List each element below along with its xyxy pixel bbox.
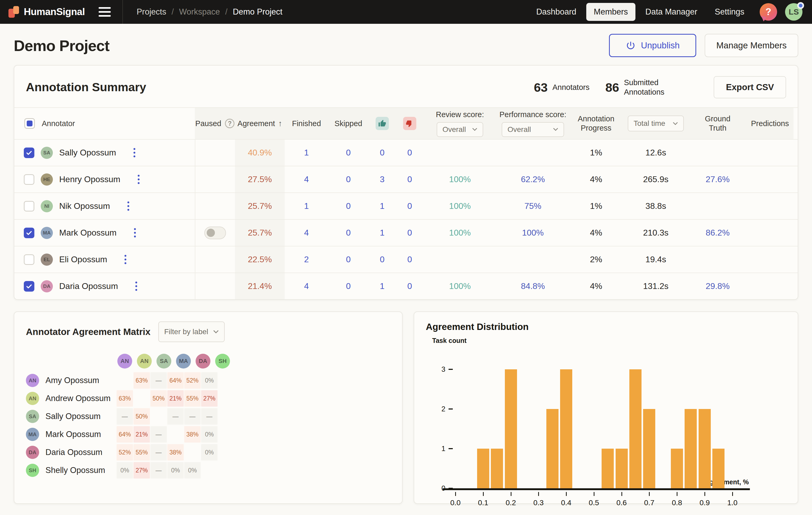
nav-item-dashboard[interactable]: Dashboard	[529, 3, 584, 21]
thumbs-down-count[interactable]: 0	[396, 273, 424, 299]
finished-value[interactable]: 2	[285, 247, 328, 273]
histogram-bar	[505, 369, 517, 488]
finished-value[interactable]: 1	[285, 140, 328, 166]
kebab-menu-icon[interactable]	[132, 146, 137, 159]
breadcrumb: Projects / Workspace / Demo Project	[137, 7, 283, 17]
x-tick-label: 0.8	[665, 498, 689, 507]
matrix-cell: 0%	[184, 462, 201, 479]
breadcrumb-projects[interactable]: Projects	[137, 7, 166, 17]
annotator-name[interactable]: Sally Opossum	[59, 148, 116, 158]
kebab-menu-icon[interactable]	[133, 227, 138, 239]
thumbs-down-count[interactable]: 0	[396, 140, 424, 166]
row-checkbox[interactable]	[24, 201, 34, 211]
user-avatar[interactable]: LS	[785, 3, 803, 21]
annotator-name[interactable]: Eli Opossum	[59, 255, 107, 264]
thumbs-down-count[interactable]: 0	[396, 193, 424, 219]
col-skipped[interactable]: Skipped	[328, 108, 369, 139]
kebab-menu-icon[interactable]	[136, 173, 141, 185]
histogram-bar	[685, 409, 697, 488]
sort-ascending-icon[interactable]: ↑	[278, 119, 282, 128]
col-annotator[interactable]: Annotator	[42, 119, 75, 128]
table-row: NINik Opossum25.7%1010100%75%1%38.8s	[14, 193, 798, 219]
thumbs-up-count[interactable]: 3	[369, 166, 396, 193]
x-tick	[594, 492, 594, 496]
thumbs-down-count[interactable]: 0	[396, 247, 424, 273]
thumbs-up-count[interactable]: 0	[369, 140, 396, 166]
row-checkbox[interactable]	[24, 254, 34, 265]
performance-score-select[interactable]: Overall	[502, 122, 564, 137]
row-checkbox[interactable]	[24, 228, 34, 238]
brand[interactable]: HumanSignal	[8, 5, 85, 18]
paused-toggle[interactable]	[204, 227, 226, 239]
col-paused[interactable]: Paused ?	[195, 108, 235, 139]
finished-value[interactable]: 4	[285, 220, 328, 246]
skipped-value[interactable]: 0	[328, 247, 369, 273]
col-agreement[interactable]: Agreement ↑	[235, 108, 285, 139]
matrix-rows: ANAmy Opossum63%—64%52%0%ANAndrew Opossu…	[26, 372, 402, 479]
nav-item-members[interactable]: Members	[586, 3, 635, 21]
ground-truth-value: 29.8%	[689, 273, 747, 299]
hamburger-menu-icon[interactable]	[98, 7, 111, 17]
annotator-name[interactable]: Nik Opossum	[59, 201, 110, 211]
matrix-cell: —	[150, 372, 167, 389]
export-csv-button[interactable]: Export CSV	[714, 76, 786, 98]
nav-item-settings[interactable]: Settings	[707, 3, 752, 21]
nav-item-data-manager[interactable]: Data Manager	[638, 3, 705, 21]
ground-truth-value	[689, 193, 747, 219]
thumbs-down-count[interactable]: 0	[396, 166, 424, 193]
select-all-checkbox[interactable]	[24, 118, 35, 129]
histogram-bar	[477, 449, 489, 488]
skipped-value[interactable]: 0	[328, 220, 369, 246]
total-time-value: 265.9s	[623, 166, 689, 193]
annotator-name[interactable]: Henry Opossum	[59, 174, 120, 184]
power-icon	[626, 40, 636, 51]
row-checkbox[interactable]	[24, 147, 34, 158]
filter-by-label-select[interactable]: Filter by label	[158, 321, 225, 342]
col-thumbs-down[interactable]	[396, 108, 424, 139]
matrix-cell: 0%	[201, 372, 218, 389]
paused-cell	[195, 220, 235, 246]
annotation-progress-value: 4%	[569, 220, 623, 246]
col-thumbs-up[interactable]	[369, 108, 396, 139]
thumbs-up-count[interactable]: 0	[369, 247, 396, 273]
thumbs-down-count[interactable]: 0	[396, 220, 424, 246]
paused-cell	[195, 273, 235, 299]
skipped-value[interactable]: 0	[328, 273, 369, 299]
annotators-label: Annotators	[552, 83, 589, 92]
col-finished[interactable]: Finished	[285, 108, 328, 139]
skipped-value[interactable]: 0	[328, 140, 369, 166]
annotator-name[interactable]: Mark Opossum	[59, 228, 117, 238]
finished-value[interactable]: 4	[285, 166, 328, 193]
thumbs-up-count[interactable]: 1	[369, 273, 396, 299]
finished-value[interactable]: 4	[285, 273, 328, 299]
kebab-menu-icon[interactable]	[123, 253, 128, 266]
paused-help-icon[interactable]: ?	[225, 119, 234, 128]
x-tick	[621, 492, 622, 496]
matrix-cell: —	[167, 408, 184, 425]
thumbs-up-count[interactable]: 1	[369, 193, 396, 219]
kebab-menu-icon[interactable]	[126, 200, 131, 212]
skipped-value[interactable]: 0	[328, 166, 369, 193]
table-header-row: Annotator Paused ? Agreement ↑ Finished …	[14, 107, 798, 139]
unpublish-button[interactable]: Unpublish	[609, 34, 696, 57]
humansignal-logo-icon	[8, 5, 20, 18]
matrix-row: SASally Opossum—50%———	[26, 408, 402, 425]
paused-cell	[195, 166, 235, 193]
chevron-down-icon	[213, 330, 219, 334]
total-time-select[interactable]: Total time	[628, 116, 684, 132]
breadcrumb-workspace[interactable]: Workspace	[179, 7, 220, 17]
x-tick-label: 0.2	[499, 498, 523, 507]
matrix-cell: 21%	[134, 426, 150, 442]
review-score-select[interactable]: Overall	[437, 122, 483, 137]
chevron-down-icon	[673, 122, 678, 125]
skipped-value[interactable]: 0	[328, 193, 369, 219]
annotator-cell: SASally Opossum	[14, 140, 195, 166]
kebab-menu-icon[interactable]	[134, 280, 139, 292]
row-checkbox[interactable]	[24, 174, 34, 185]
annotator-name[interactable]: Daria Opossum	[59, 281, 118, 291]
thumbs-up-count[interactable]: 1	[369, 220, 396, 246]
finished-value[interactable]: 1	[285, 193, 328, 219]
help-icon[interactable]: ?	[760, 3, 777, 21]
row-checkbox[interactable]	[24, 281, 34, 292]
manage-members-button[interactable]: Manage Members	[705, 34, 798, 57]
